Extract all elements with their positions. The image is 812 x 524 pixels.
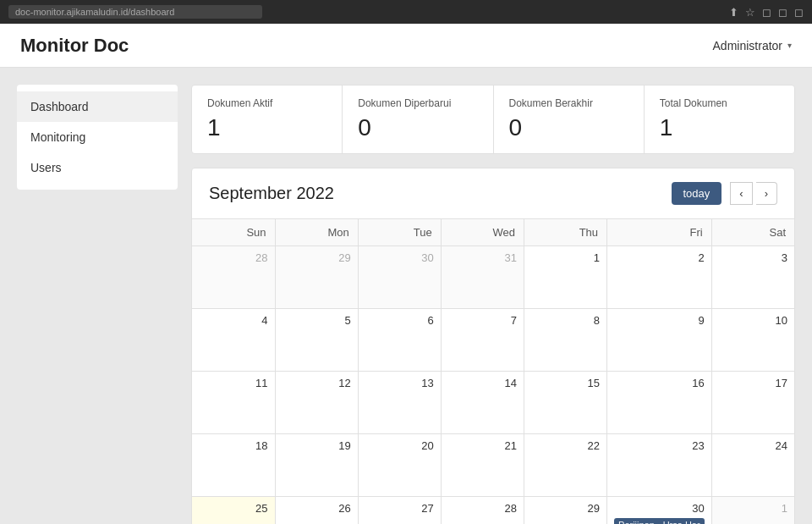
calendar-event[interactable]: Perijinan - Ursa Har (614, 518, 705, 524)
day-number: 14 (505, 377, 517, 389)
day-number: 19 (338, 439, 350, 452)
calendar-week-row: 28293031123 (192, 246, 794, 309)
calendar-day-cell[interactable]: 10 (711, 309, 794, 372)
calendar-day-cell[interactable]: 7 (441, 309, 524, 372)
calendar-day-cell[interactable]: 1 (711, 497, 794, 525)
day-number: 18 (255, 439, 267, 452)
day-number: 31 (505, 251, 517, 264)
calendar-day-cell[interactable]: 13 (358, 372, 441, 434)
sidebar-dashboard-label: Dashboard (30, 100, 89, 113)
day-number: 15 (588, 377, 600, 389)
calendar-day-cell[interactable]: 2 (607, 246, 712, 309)
day-number: 17 (776, 377, 787, 389)
calendar-day-cell[interactable]: 19 (275, 434, 358, 497)
day-number: 21 (505, 439, 517, 452)
calendar-day-cell[interactable]: 28 (441, 497, 524, 525)
calendar-day-cell[interactable]: 23 (607, 434, 712, 497)
calendar-day-cell[interactable]: 26 (275, 497, 358, 525)
sidebar-users-label: Users (30, 161, 62, 174)
calendar-day-cell[interactable]: 8 (524, 309, 607, 372)
weekday-header-sun: Sun (192, 219, 275, 246)
chevron-down-icon: ▾ (787, 41, 792, 50)
calendar-day-cell[interactable]: 21 (441, 434, 524, 497)
day-number: 29 (338, 251, 350, 264)
stat-card-total: Total Dokumen 1 (645, 85, 794, 153)
calendar-day-cell[interactable]: 9 (607, 309, 712, 372)
day-number: 29 (588, 502, 600, 515)
calendar-day-cell[interactable]: 1 (524, 246, 607, 309)
calendar-nav: today ‹ › (672, 182, 778, 205)
user-menu[interactable]: Administrator ▾ (713, 39, 792, 52)
day-number: 1 (782, 502, 787, 515)
calendar-day-cell[interactable]: 20 (358, 434, 441, 497)
calendar-container: September 2022 today ‹ › SunMonTueWedThu… (191, 168, 795, 524)
stats-row: Dokumen Aktif 1 Dokumen Diperbarui 0 Dok… (191, 85, 795, 154)
share-icon[interactable]: ⬆ (729, 6, 738, 19)
next-month-button[interactable]: › (756, 182, 777, 205)
user-name: Administrator (713, 39, 782, 52)
sidebar-item-dashboard[interactable]: Dashboard (17, 91, 178, 122)
day-number: 28 (255, 251, 267, 264)
calendar-day-cell[interactable]: 17 (711, 372, 794, 434)
calendar-day-cell[interactable]: 12 (275, 372, 358, 434)
calendar-day-cell[interactable]: 29 (275, 246, 358, 309)
sidebar-item-monitoring[interactable]: Monitoring (17, 122, 178, 152)
day-number: 28 (505, 502, 517, 515)
calendar-day-cell[interactable]: 14 (441, 372, 524, 434)
calendar-day-cell[interactable]: 25 (192, 497, 275, 525)
sidebar-item-users[interactable]: Users (17, 152, 178, 183)
calendar-day-cell[interactable]: 30 (358, 246, 441, 309)
ext-icon3[interactable]: ◻ (794, 6, 804, 19)
calendar-header: September 2022 today ‹ › (192, 168, 794, 218)
day-number: 25 (255, 502, 267, 515)
ext-icon2[interactable]: ◻ (778, 6, 787, 19)
day-number: 30 (692, 502, 704, 515)
calendar-day-cell[interactable]: 11 (192, 372, 275, 434)
app-title: Monitor Doc (20, 35, 129, 57)
day-number: 24 (776, 439, 787, 452)
calendar-day-cell[interactable]: 29 (524, 497, 607, 525)
calendar-day-cell[interactable]: 27 (358, 497, 441, 525)
calendar-day-cell[interactable]: 15 (524, 372, 607, 434)
browser-chrome: doc-monitor.ajikamaludin.id/dashboard ⬆ … (0, 0, 812, 24)
calendar-day-cell[interactable]: 30Perijinan - Ursa Har (607, 497, 712, 525)
day-number: 9 (698, 314, 704, 327)
ext-icon1[interactable]: ◻ (762, 6, 771, 19)
day-number: 13 (421, 377, 433, 389)
calendar-day-cell[interactable]: 28 (192, 246, 275, 309)
sidebar-monitoring-label: Monitoring (30, 130, 85, 144)
calendar-day-cell[interactable]: 5 (275, 309, 358, 372)
day-number: 20 (421, 439, 433, 452)
calendar-day-cell[interactable]: 22 (524, 434, 607, 497)
day-number: 30 (421, 251, 433, 264)
calendar-day-cell[interactable]: 31 (441, 246, 524, 309)
day-number: 6 (428, 314, 434, 327)
url-bar[interactable]: doc-monitor.ajikamaludin.id/dashboard (8, 5, 262, 19)
stat-card-aktif: Dokumen Aktif 1 (192, 85, 343, 153)
calendar-day-cell[interactable]: 24 (711, 434, 794, 497)
day-number: 16 (692, 377, 704, 389)
prev-month-button[interactable]: ‹ (730, 182, 752, 205)
calendar-day-cell[interactable]: 16 (607, 372, 712, 434)
day-number: 10 (776, 314, 787, 327)
weekday-header-thu: Thu (524, 219, 607, 246)
day-number: 27 (421, 502, 433, 515)
weekday-header-sat: Sat (711, 219, 794, 246)
day-number: 5 (345, 314, 351, 327)
stat-card-berakhir: Dokumen Berakhir 0 (494, 85, 645, 153)
calendar-day-cell[interactable]: 6 (358, 309, 441, 372)
day-number: 7 (511, 314, 517, 327)
calendar-day-cell[interactable]: 18 (192, 434, 275, 497)
stat-label-total: Total Dokumen (660, 97, 779, 109)
today-button[interactable]: today (672, 182, 722, 205)
stat-value-total: 1 (660, 114, 779, 141)
calendar-day-cell[interactable]: 4 (192, 309, 275, 372)
stat-label-berakhir: Dokumen Berakhir (509, 97, 628, 109)
stat-card-diperbarui: Dokumen Diperbarui 0 (343, 85, 493, 153)
bookmark-icon[interactable]: ☆ (745, 6, 755, 19)
day-number: 26 (338, 502, 350, 515)
weekday-header-mon: Mon (275, 219, 358, 246)
calendar-day-cell[interactable]: 3 (711, 246, 794, 309)
main-layout: Dashboard Monitoring Users Dokumen Aktif… (0, 68, 812, 524)
calendar-week-row: 252627282930Perijinan - Ursa Har1 (192, 497, 794, 525)
